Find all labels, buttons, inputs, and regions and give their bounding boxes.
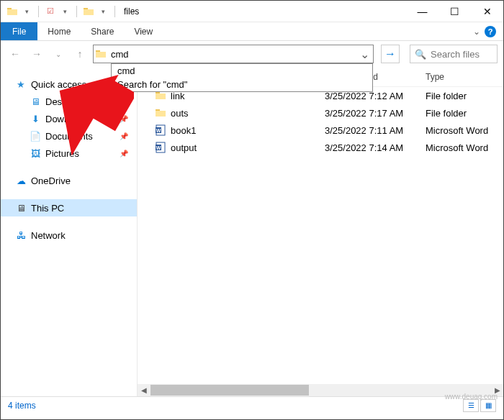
view-thumbnails-icon[interactable]: ▦ <box>480 399 496 412</box>
file-date: 3/25/2022 7:11 AM <box>325 125 426 136</box>
sidebar-network[interactable]: 🖧 Network <box>1 227 137 244</box>
view-details-icon[interactable]: ☰ <box>463 399 479 412</box>
watermark: www.deuaq.com <box>445 393 498 401</box>
sidebar-documents[interactable]: 📄 Documents 📌 <box>1 127 137 145</box>
sidebar-downloads[interactable]: ⬇ Downloads 📌 <box>1 110 137 127</box>
navbar: ← → ⌄ ↑ ⌄ cmd Search for "cmd" → 🔍 Searc… <box>1 41 503 67</box>
pictures-icon: 🖼 <box>30 147 41 159</box>
sidebar-label: Desktop <box>45 96 80 107</box>
minimize-button[interactable]: — <box>406 1 438 22</box>
desktop-icon: 🖥 <box>30 96 41 107</box>
svg-rect-7 <box>156 93 166 99</box>
file-list: Name Date modified Type link 3/25/2022 7… <box>138 67 503 396</box>
suggestion-search[interactable]: Search for "cmd" <box>112 78 372 91</box>
go-button[interactable]: → <box>381 45 400 63</box>
address-bar[interactable]: ⌄ cmd Search for "cmd" <box>93 45 374 63</box>
file-row[interactable]: Wbook1 3/25/2022 7:11 AM Microsoft Word <box>138 122 503 139</box>
address-suggestions: cmd Search for "cmd" <box>111 63 373 92</box>
pin-icon: 📌 <box>120 98 128 106</box>
folder-icon <box>155 107 166 119</box>
svg-text:W: W <box>156 145 161 150</box>
cloud-icon: ☁ <box>15 175 27 186</box>
svg-rect-9 <box>156 111 166 117</box>
tab-share[interactable]: Share <box>81 22 124 40</box>
sidebar-label: Network <box>31 230 66 241</box>
file-type: Microsoft Word <box>426 142 503 153</box>
address-input[interactable] <box>108 49 356 60</box>
svg-text:W: W <box>156 128 161 133</box>
ribbon-expand-icon[interactable]: ⌄ <box>473 27 480 37</box>
pin-icon: 📌 <box>120 150 128 158</box>
pin-icon: 📌 <box>120 115 128 123</box>
folder-icon <box>6 6 18 17</box>
svg-rect-5 <box>96 52 106 58</box>
file-type: Microsoft Word <box>426 125 503 136</box>
titlebar: ▾ ☑ ▾ ▾ files — ☐ ✕ <box>1 1 503 22</box>
file-type: File folder <box>426 108 503 119</box>
documents-icon: 📄 <box>30 130 41 142</box>
pc-icon: 🖥 <box>15 202 27 214</box>
qat-chevron3-icon[interactable]: ▾ <box>97 6 109 17</box>
pin-icon: 📌 <box>120 132 128 140</box>
tab-view[interactable]: View <box>124 22 163 40</box>
word-icon: W <box>155 142 166 153</box>
sidebar-label: Downloads <box>45 114 91 124</box>
network-icon: 🖧 <box>15 229 27 241</box>
downloads-icon: ⬇ <box>30 113 41 124</box>
qat-check-icon[interactable]: ☑ <box>45 6 56 17</box>
search-box[interactable]: 🔍 Search files <box>410 45 498 63</box>
svg-rect-3 <box>84 9 94 15</box>
suggestion-cmd[interactable]: cmd <box>112 64 372 78</box>
col-type[interactable]: Type <box>426 72 503 82</box>
search-placeholder: Search files <box>431 49 480 60</box>
sidebar-label: Documents <box>45 131 93 142</box>
sidebar-label: Pictures <box>45 148 79 159</box>
search-icon: 🔍 <box>415 49 426 60</box>
up-button[interactable]: ↑ <box>71 45 89 63</box>
close-button[interactable]: ✕ <box>471 1 503 22</box>
sidebar-label: Quick access <box>31 79 86 90</box>
qat-chevron-icon[interactable]: ▾ <box>21 6 32 17</box>
file-row[interactable]: outs 3/25/2022 7:17 AM File folder <box>138 104 503 122</box>
sidebar-onedrive[interactable]: ☁ OneDrive <box>1 172 137 189</box>
maximize-button[interactable]: ☐ <box>438 1 471 22</box>
folder-icon-2 <box>83 6 94 17</box>
back-button[interactable]: ← <box>6 45 24 63</box>
scroll-left-icon[interactable]: ◀ <box>138 384 150 396</box>
sidebar-this-pc[interactable]: 🖥 This PC <box>1 199 137 216</box>
qat-chevron2-icon[interactable]: ▾ <box>59 6 71 17</box>
window-title: files <box>118 6 139 17</box>
scroll-thumb[interactable] <box>150 385 309 396</box>
file-type: File folder <box>426 91 503 101</box>
file-date: 3/25/2022 7:17 AM <box>325 108 426 119</box>
tab-file[interactable]: File <box>1 22 37 40</box>
address-folder-icon <box>94 48 108 60</box>
tab-home[interactable]: Home <box>37 22 81 40</box>
word-icon: W <box>155 124 166 136</box>
file-row[interactable]: Woutput 3/25/2022 7:14 AM Microsoft Word <box>138 139 503 156</box>
sidebar-label: This PC <box>31 203 64 214</box>
help-icon[interactable]: ? <box>485 26 496 37</box>
svg-rect-1 <box>7 9 17 15</box>
forward-button[interactable]: → <box>28 45 45 63</box>
file-name: output <box>171 142 197 153</box>
sidebar-desktop[interactable]: 🖥 Desktop 📌 <box>1 93 137 110</box>
status-count: 4 items <box>8 401 36 411</box>
file-name: outs <box>171 108 189 119</box>
star-icon: ★ <box>15 78 27 90</box>
sidebar-pictures[interactable]: 🖼 Pictures 📌 <box>1 145 137 162</box>
sidebar-label: OneDrive <box>31 175 71 186</box>
file-date: 3/25/2022 7:14 AM <box>325 142 426 153</box>
file-name: book1 <box>171 125 196 136</box>
statusbar: 4 items ☰ ▦ <box>1 396 503 414</box>
address-dropdown-icon[interactable]: ⌄ <box>356 47 373 61</box>
recent-chevron-icon[interactable]: ⌄ <box>50 45 67 63</box>
sidebar: ★ Quick access 🖥 Desktop 📌 ⬇ Downloads 📌… <box>1 67 138 396</box>
ribbon-tabs: File Home Share View ⌄ ? <box>1 22 503 41</box>
